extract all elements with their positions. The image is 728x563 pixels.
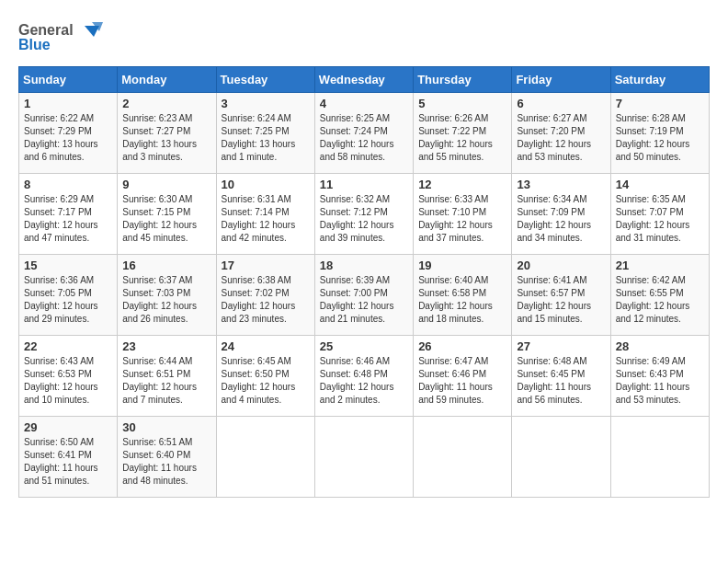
day-number: 15 [24,259,112,272]
day-info: Sunrise: 6:22 AM Sunset: 7:29 PM Dayligh… [24,112,112,164]
day-number: 7 [616,97,704,110]
day-info: Sunrise: 6:37 AM Sunset: 7:03 PM Dayligh… [122,274,210,326]
day-number: 1 [24,97,112,110]
weekday-header: Monday [118,67,216,93]
day-number: 29 [24,420,112,434]
calendar-cell [216,417,314,498]
day-info: Sunrise: 6:41 AM Sunset: 6:57 PM Dayligh… [517,274,605,326]
calendar-cell: 30 Sunrise: 6:51 AM Sunset: 6:40 PM Dayl… [118,417,216,498]
calendar-cell: 8 Sunrise: 6:29 AM Sunset: 7:17 PM Dayli… [19,174,118,255]
calendar-cell: 20 Sunrise: 6:41 AM Sunset: 6:57 PM Dayl… [512,255,610,336]
day-number: 21 [616,259,704,272]
day-number: 14 [616,178,704,191]
day-info: Sunrise: 6:50 AM Sunset: 6:41 PM Dayligh… [24,436,112,488]
calendar-cell: 12 Sunrise: 6:33 AM Sunset: 7:10 PM Dayl… [414,174,512,255]
day-info: Sunrise: 6:49 AM Sunset: 6:43 PM Dayligh… [616,355,704,407]
day-number: 9 [122,178,210,191]
day-info: Sunrise: 6:45 AM Sunset: 6:50 PM Dayligh… [222,355,310,407]
day-number: 11 [320,178,408,191]
day-info: Sunrise: 6:46 AM Sunset: 6:48 PM Dayligh… [320,355,408,407]
calendar-cell: 17 Sunrise: 6:38 AM Sunset: 7:02 PM Dayl… [216,255,314,336]
day-info: Sunrise: 6:33 AM Sunset: 7:10 PM Dayligh… [418,193,506,245]
calendar-cell: 1 Sunrise: 6:22 AM Sunset: 7:29 PM Dayli… [19,93,118,174]
calendar-cell: 9 Sunrise: 6:30 AM Sunset: 7:15 PM Dayli… [118,174,216,255]
day-number: 18 [320,259,408,272]
day-info: Sunrise: 6:24 AM Sunset: 7:25 PM Dayligh… [222,112,310,164]
day-info: Sunrise: 6:44 AM Sunset: 6:51 PM Dayligh… [122,355,210,407]
day-info: Sunrise: 6:40 AM Sunset: 6:58 PM Dayligh… [418,274,506,326]
calendar-cell: 7 Sunrise: 6:28 AM Sunset: 7:19 PM Dayli… [610,93,709,174]
day-info: Sunrise: 6:32 AM Sunset: 7:12 PM Dayligh… [320,193,408,245]
calendar-cell: 21 Sunrise: 6:42 AM Sunset: 6:55 PM Dayl… [610,255,709,336]
day-info: Sunrise: 6:38 AM Sunset: 7:02 PM Dayligh… [222,274,310,326]
weekday-header: Tuesday [216,67,314,93]
weekday-header: Wednesday [314,67,413,93]
day-info: Sunrise: 6:36 AM Sunset: 7:05 PM Dayligh… [24,274,112,326]
calendar-cell [314,417,413,498]
calendar-cell: 13 Sunrise: 6:34 AM Sunset: 7:09 PM Dayl… [512,174,610,255]
day-info: Sunrise: 6:31 AM Sunset: 7:14 PM Dayligh… [222,193,310,245]
day-number: 20 [517,259,605,272]
svg-text:Blue: Blue [18,37,51,52]
calendar-table: SundayMondayTuesdayWednesdayThursdayFrid… [18,66,710,498]
calendar-cell: 26 Sunrise: 6:47 AM Sunset: 6:46 PM Dayl… [414,336,512,417]
calendar-cell: 24 Sunrise: 6:45 AM Sunset: 6:50 PM Dayl… [216,336,314,417]
day-info: Sunrise: 6:25 AM Sunset: 7:24 PM Dayligh… [320,112,408,164]
day-info: Sunrise: 6:51 AM Sunset: 6:40 PM Dayligh… [122,436,210,488]
weekday-header: Thursday [414,67,512,93]
day-info: Sunrise: 6:28 AM Sunset: 7:19 PM Dayligh… [616,112,704,164]
page-header: General Blue [18,18,710,55]
svg-text:General: General [18,22,74,38]
calendar-cell: 4 Sunrise: 6:25 AM Sunset: 7:24 PM Dayli… [314,93,413,174]
calendar-cell: 10 Sunrise: 6:31 AM Sunset: 7:14 PM Dayl… [216,174,314,255]
day-number: 16 [122,259,210,272]
day-number: 17 [222,259,310,272]
calendar-cell [414,417,512,498]
day-number: 28 [616,339,704,353]
calendar-cell: 25 Sunrise: 6:46 AM Sunset: 6:48 PM Dayl… [314,336,413,417]
day-info: Sunrise: 6:27 AM Sunset: 7:20 PM Dayligh… [517,112,605,164]
day-number: 30 [122,420,210,434]
day-info: Sunrise: 6:23 AM Sunset: 7:27 PM Dayligh… [122,112,210,164]
calendar-cell: 18 Sunrise: 6:39 AM Sunset: 7:00 PM Dayl… [314,255,413,336]
calendar-cell: 15 Sunrise: 6:36 AM Sunset: 7:05 PM Dayl… [19,255,118,336]
calendar-cell: 14 Sunrise: 6:35 AM Sunset: 7:07 PM Dayl… [610,174,709,255]
day-info: Sunrise: 6:34 AM Sunset: 7:09 PM Dayligh… [517,193,605,245]
day-number: 13 [517,178,605,191]
day-number: 24 [222,339,310,353]
day-info: Sunrise: 6:29 AM Sunset: 7:17 PM Dayligh… [24,193,112,245]
weekday-header: Friday [512,67,610,93]
calendar-cell: 6 Sunrise: 6:27 AM Sunset: 7:20 PM Dayli… [512,93,610,174]
day-number: 4 [320,97,408,110]
calendar-cell: 2 Sunrise: 6:23 AM Sunset: 7:27 PM Dayli… [118,93,216,174]
day-info: Sunrise: 6:35 AM Sunset: 7:07 PM Dayligh… [616,193,704,245]
calendar-cell [610,417,709,498]
day-number: 12 [418,178,506,191]
day-number: 25 [320,339,408,353]
calendar-cell: 19 Sunrise: 6:40 AM Sunset: 6:58 PM Dayl… [414,255,512,336]
day-number: 23 [122,339,210,353]
day-number: 8 [24,178,112,191]
day-number: 5 [418,97,506,110]
weekday-header: Sunday [19,67,118,93]
day-info: Sunrise: 6:39 AM Sunset: 7:00 PM Dayligh… [320,274,408,326]
day-info: Sunrise: 6:26 AM Sunset: 7:22 PM Dayligh… [418,112,506,164]
day-number: 2 [122,97,210,110]
day-number: 3 [222,97,310,110]
day-number: 10 [222,178,310,191]
day-number: 6 [517,97,605,110]
day-number: 26 [418,339,506,353]
day-info: Sunrise: 6:42 AM Sunset: 6:55 PM Dayligh… [616,274,704,326]
calendar-cell [512,417,610,498]
calendar-cell: 11 Sunrise: 6:32 AM Sunset: 7:12 PM Dayl… [314,174,413,255]
calendar-cell: 28 Sunrise: 6:49 AM Sunset: 6:43 PM Dayl… [610,336,709,417]
calendar-cell: 3 Sunrise: 6:24 AM Sunset: 7:25 PM Dayli… [216,93,314,174]
calendar-cell: 22 Sunrise: 6:43 AM Sunset: 6:53 PM Dayl… [19,336,118,417]
calendar-cell: 29 Sunrise: 6:50 AM Sunset: 6:41 PM Dayl… [19,417,118,498]
day-info: Sunrise: 6:48 AM Sunset: 6:45 PM Dayligh… [517,355,605,407]
day-number: 27 [517,339,605,353]
day-number: 22 [24,339,112,353]
day-info: Sunrise: 6:47 AM Sunset: 6:46 PM Dayligh… [418,355,506,407]
weekday-header: Saturday [610,67,709,93]
calendar-cell: 16 Sunrise: 6:37 AM Sunset: 7:03 PM Dayl… [118,255,216,336]
